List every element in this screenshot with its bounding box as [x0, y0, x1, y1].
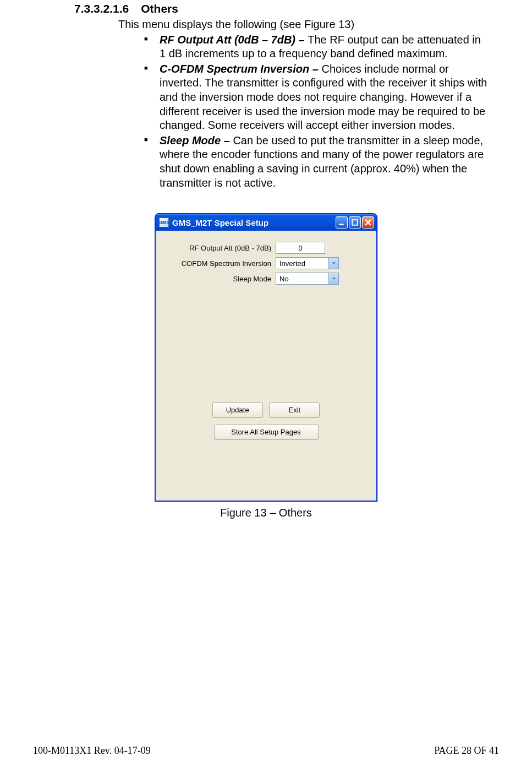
exit-button[interactable]: Exit [269, 403, 320, 418]
cofdm-select[interactable]: Inverted [276, 257, 339, 269]
svg-rect-1 [352, 220, 358, 225]
cofdm-value: Inverted [276, 259, 328, 268]
svg-rect-0 [339, 224, 343, 225]
list-item: RF Output Att (0dB – 7dB) – The RF outpu… [143, 33, 488, 61]
window-buttons [336, 216, 374, 229]
maximize-button[interactable] [349, 216, 361, 229]
chevron-down-icon [328, 258, 338, 269]
list-item: Sleep Mode – Can be used to put the tran… [143, 134, 488, 190]
store-button[interactable]: Store All Setup Pages [214, 425, 319, 440]
list-item: C-OFDM Spectrum Inversion – Choices incl… [143, 62, 488, 133]
section-heading: 7.3.3.2.1.6Others [74, 0, 499, 15]
close-icon [365, 219, 371, 226]
dialog-window: GMS GMS_M2T Special Setup RF Output Att … [155, 213, 377, 502]
figure-caption: Figure 13 – Others [33, 507, 499, 519]
rf-output-label: RF Output Att (0dB - 7dB) [166, 244, 276, 252]
intro-text: This menu displays the following (see Fi… [118, 18, 499, 32]
bullet-label: Sleep Mode – [160, 134, 233, 146]
sleep-value: No [276, 275, 328, 283]
update-button[interactable]: Update [212, 403, 263, 418]
window-title: GMS_M2T Special Setup [172, 218, 336, 227]
rf-output-input[interactable] [276, 242, 325, 254]
bullet-list: RF Output Att (0dB – 7dB) – The RF outpu… [143, 33, 488, 191]
field-row-sleep: Sleep Mode No [166, 273, 366, 285]
close-button[interactable] [362, 216, 374, 229]
heading-title: Others [141, 2, 178, 15]
cofdm-label: COFDM Spectrum Inversion [166, 259, 276, 268]
bullet-label: RF Output Att (0dB – 7dB) – [160, 34, 308, 46]
minimize-icon [338, 219, 345, 226]
field-row-rf: RF Output Att (0dB - 7dB) [166, 242, 366, 254]
button-row-2: Store All Setup Pages [156, 425, 376, 440]
figure-container: GMS GMS_M2T Special Setup RF Output Att … [33, 213, 499, 519]
field-row-cofdm: COFDM Spectrum Inversion Inverted [166, 257, 366, 269]
sleep-select[interactable]: No [276, 273, 339, 285]
minimize-button[interactable] [336, 216, 348, 229]
app-icon: GMS [159, 218, 169, 227]
bullet-label: C-OFDM Spectrum Inversion – [160, 63, 322, 75]
dialog-body: RF Output Att (0dB - 7dB) COFDM Spectrum… [156, 231, 376, 501]
heading-number: 7.3.3.2.1.6 [74, 2, 129, 15]
chevron-down-icon [328, 273, 338, 284]
footer-right: PAGE 28 OF 41 [434, 745, 499, 757]
titlebar[interactable]: GMS GMS_M2T Special Setup [156, 214, 376, 231]
page-footer: 100-M0113X1 Rev. 04-17-09 PAGE 28 OF 41 [33, 745, 499, 757]
footer-left: 100-M0113X1 Rev. 04-17-09 [33, 745, 151, 757]
sleep-label: Sleep Mode [166, 275, 276, 283]
maximize-icon [352, 219, 358, 226]
button-row-1: Update Exit [156, 403, 376, 418]
